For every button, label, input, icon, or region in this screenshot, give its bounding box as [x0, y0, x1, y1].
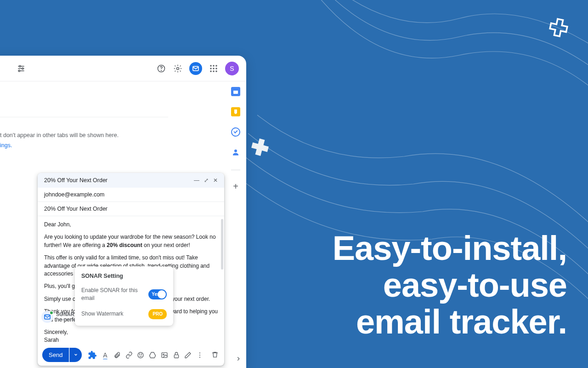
help-icon[interactable] — [156, 63, 166, 74]
body-sig1: Sincerely, — [44, 328, 218, 336]
popover-title: SONAR Setting — [81, 272, 167, 280]
sonar-watermark: SONAR Powered by M — [41, 311, 79, 323]
svg-point-24 — [140, 354, 140, 354]
filter-icon[interactable] — [16, 63, 26, 74]
popover-enable-label: Enable SONAR for this email — [81, 287, 148, 303]
minimize-icon[interactable]: — — [194, 177, 199, 184]
extension-icon[interactable] — [87, 350, 97, 360]
pen-icon[interactable] — [184, 351, 192, 359]
more-icon[interactable] — [196, 351, 204, 359]
inbox-empty-area: t don't appear in other tabs will be sho… — [0, 81, 246, 149]
compose-title: 20% Off Your Next Order — [44, 177, 194, 184]
svg-point-12 — [215, 65, 217, 67]
svg-point-21 — [234, 150, 237, 152]
inbox-settings-link[interactable]: ings. — [0, 142, 246, 149]
link-icon[interactable] — [125, 351, 133, 359]
compose-body[interactable]: Dear John, Are you looking to update you… — [38, 216, 224, 345]
send-button[interactable]: Send — [42, 348, 69, 362]
svg-point-16 — [210, 70, 212, 72]
send-options-button[interactable] — [69, 348, 82, 362]
svg-point-5 — [18, 70, 20, 71]
svg-point-10 — [210, 65, 212, 67]
image-icon[interactable] — [160, 351, 169, 359]
hero-line-3: email tracker. — [356, 303, 567, 341]
svg-point-15 — [215, 68, 217, 69]
svg-point-29 — [199, 352, 200, 353]
close-icon[interactable]: ✕ — [213, 177, 218, 184]
compose-window: 20% Off Your Next Order — ⤢ ✕ johndoe@ex… — [38, 173, 224, 366]
body-p1: Are you looking to update your wardrobe … — [44, 233, 218, 249]
top-toolbar: S — [0, 56, 246, 81]
discard-icon[interactable] — [211, 351, 220, 359]
compose-subject-field[interactable]: 20% Off Your Next Order — [38, 202, 224, 216]
svg-point-1 — [19, 65, 21, 67]
enable-sonar-toggle[interactable]: Yes — [148, 289, 167, 299]
add-panel-icon[interactable]: + — [233, 181, 238, 192]
svg-point-23 — [138, 352, 143, 358]
svg-point-17 — [213, 70, 215, 72]
settings-icon[interactable] — [173, 63, 183, 74]
svg-point-30 — [199, 354, 200, 355]
compose-to-field[interactable]: johndoe@example.com — [38, 188, 224, 202]
svg-point-8 — [177, 67, 179, 69]
keep-icon[interactable] — [231, 107, 240, 116]
sonar-logo-icon — [41, 311, 53, 323]
svg-point-27 — [163, 354, 164, 355]
inbox-hint-text: t don't appear in other tabs will be sho… — [0, 132, 246, 138]
svg-point-13 — [210, 68, 212, 69]
compose-header: 20% Off Your Next Order — ⤢ ✕ — [38, 173, 224, 188]
scroll-thumb[interactable] — [221, 219, 223, 270]
contacts-icon[interactable] — [231, 148, 240, 157]
attach-icon[interactable] — [113, 351, 121, 359]
emoji-icon[interactable] — [136, 351, 145, 359]
svg-point-25 — [141, 354, 142, 354]
sonar-settings-popover: SONAR Setting Enable SONAR for this emai… — [75, 266, 173, 326]
svg-rect-28 — [174, 355, 178, 358]
format-text-icon[interactable]: A — [101, 351, 109, 359]
svg-point-11 — [213, 65, 215, 67]
side-divider — [231, 170, 240, 170]
expand-icon[interactable]: ⤢ — [204, 177, 209, 184]
svg-point-7 — [161, 70, 162, 70]
sonar-mail-icon[interactable] — [189, 62, 202, 75]
compose-toolbar: Send A — [38, 345, 224, 366]
popover-watermark-label: Show Watermark — [81, 310, 124, 318]
brand-logo — [548, 17, 569, 38]
svg-rect-20 — [233, 90, 238, 91]
drive-icon[interactable] — [148, 351, 157, 359]
tasks-icon[interactable] — [231, 127, 240, 137]
apps-grid-icon[interactable] — [209, 63, 219, 74]
calendar-icon[interactable] — [231, 87, 240, 96]
svg-point-18 — [215, 70, 217, 72]
collapse-side-icon[interactable] — [235, 356, 242, 364]
side-panel: + — [225, 83, 246, 192]
cross-decoration — [250, 137, 270, 157]
hero-line-1: Easy-to-install, — [333, 229, 567, 267]
svg-point-31 — [199, 356, 200, 357]
body-sig2: Sarah — [44, 336, 218, 344]
hero-line-2: easy-to-use — [383, 266, 567, 304]
hero-text: Easy-to-install, easy-to-use email track… — [333, 230, 567, 340]
svg-point-14 — [213, 68, 215, 69]
svg-point-3 — [22, 68, 23, 69]
user-avatar[interactable]: S — [225, 62, 239, 75]
lock-icon[interactable] — [172, 351, 181, 359]
body-greeting: Dear John, — [44, 221, 218, 229]
pro-badge: PRO — [148, 309, 167, 320]
